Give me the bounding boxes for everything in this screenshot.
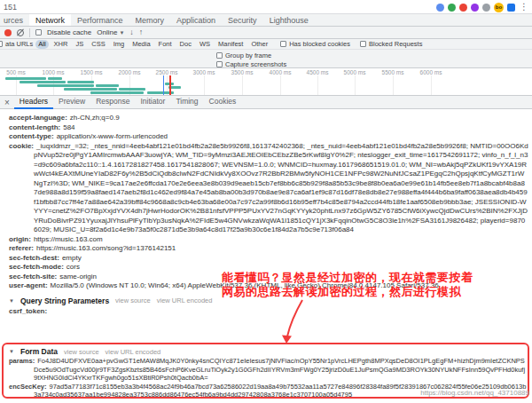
header-value: zh-CN,zh;q=0.9 — [70, 114, 120, 122]
timeline-tick-label: 5000 ms — [344, 69, 366, 75]
collapse-triangle-icon[interactable]: ▼ — [9, 349, 14, 354]
view-source-link[interactable]: view source — [64, 348, 99, 356]
header-name: content-length: — [9, 123, 60, 131]
import-har-icon[interactable]: ↓ — [129, 28, 134, 36]
request-header-row-cookie: cookie:_iuqxldmzr_=32; _ntes_nnid=4eeb4a… — [9, 142, 528, 235]
chevron-down-icon: ▼ — [119, 30, 124, 36]
domcontentloaded-event-line — [163, 75, 164, 95]
filter-other[interactable]: Other — [248, 40, 270, 49]
header-value: https://music.163.com/song?id=1376142151 — [36, 244, 176, 252]
query-string-title: Query String Parameters — [20, 296, 109, 305]
annotation-text: 能看懂吗？显然是经过加密的，现在就需要按着 网易的思路去解读加密的过程，然后进行… — [222, 271, 473, 298]
extension-icon-purple[interactable] — [471, 4, 479, 12]
panel-tab-performance[interactable]: Performance — [71, 14, 129, 26]
blocked-requests-checkbox[interactable] — [360, 41, 366, 47]
filter-ws[interactable]: WS — [197, 40, 213, 49]
timeline-tick-label: 1000 ms — [43, 69, 65, 75]
overview-grid-line — [431, 75, 432, 95]
overview-grid-line — [204, 75, 205, 95]
tab-response[interactable]: Response — [90, 96, 135, 109]
view-url-encoded-link[interactable]: view URL encoded — [157, 296, 213, 304]
devtools-panel-tabs: urces Network Performance Memory Applica… — [0, 14, 532, 27]
timeline-ruler: 500 ms 1000 ms 1500 ms 2000 ms 2500 ms 3… — [0, 68, 532, 75]
form-data-param-row: params:Fo4J8D4UDFXVE0aa+pvGwGT1eMAW8MqJK… — [9, 357, 527, 383]
bookmark-app-icon[interactable] — [507, 4, 515, 12]
export-har-icon[interactable]: ↑ — [139, 28, 144, 36]
tab-timing[interactable]: Timing — [170, 96, 203, 109]
form-data-title: Form Data — [20, 347, 58, 356]
filter-media[interactable]: Media — [129, 40, 153, 49]
annotation-line2: 网易的思路去解读加密的过程，然后进行模拟 — [222, 285, 473, 299]
panel-tab-lighthouse[interactable]: Lighthouse — [263, 14, 315, 26]
group-by-frame-label: Group by frame — [225, 51, 271, 59]
annotation-line1: 能看懂吗？显然是经过加密的，现在就需要按着 — [222, 271, 473, 285]
extension-icon-blue[interactable] — [436, 4, 444, 12]
header-name: accept-language: — [9, 114, 67, 122]
browser-tab-title[interactable]: 151 — [4, 3, 17, 12]
request-header-row: content-type:application/x-www-form-urle… — [9, 132, 528, 142]
capture-screenshots-checkbox[interactable] — [216, 61, 223, 67]
browser-toolbar-icons: bo ⋮ — [436, 0, 529, 14]
panel-tab-application[interactable]: Application — [170, 14, 222, 26]
tab-preview[interactable]: Preview — [53, 96, 90, 109]
request-header-row: origin:https://music.163.com — [9, 235, 528, 245]
header-name: referer: — [9, 244, 34, 252]
timeline-tick-label: 4500 ms — [307, 69, 329, 75]
collapse-triangle-icon[interactable]: ▼ — [9, 298, 14, 304]
overview-grid-line — [355, 75, 356, 95]
view-url-encoded-link[interactable]: view URL encoded — [106, 348, 161, 356]
panel-tab-sources[interactable]: urces — [0, 14, 29, 26]
hide-data-urls-checkbox[interactable] — [0, 41, 3, 47]
tab-headers[interactable]: Headers — [14, 96, 53, 109]
toolbar-divider — [29, 28, 30, 37]
extension-icon-red[interactable] — [459, 4, 467, 12]
timeline-tick-label: 2500 ms — [156, 69, 178, 75]
close-icon[interactable]: × — [0, 96, 14, 109]
profile-avatar[interactable]: bo — [494, 3, 504, 12]
clear-icon[interactable] — [17, 29, 24, 36]
timeline-tick-label: 5500 ms — [382, 69, 404, 75]
overview-request-bar — [96, 84, 119, 87]
header-value: application/x-www-form-urlencoded — [57, 132, 168, 140]
overview-request-bar — [20, 81, 66, 83]
tab-initiator[interactable]: Initiator — [136, 96, 171, 109]
record-button[interactable] — [4, 29, 12, 36]
blocked-requests-label: Blocked Requests — [369, 40, 422, 48]
overview-grid-line — [393, 75, 394, 95]
filter-css[interactable]: CSS — [89, 40, 107, 49]
filter-xhr[interactable]: XHR — [51, 40, 71, 49]
request-detail-tabs: × Headers Preview Response Initiator Tim… — [0, 96, 532, 109]
network-overview-strip[interactable] — [0, 75, 532, 96]
panel-tab-security[interactable]: Security — [222, 14, 263, 26]
overview-request-bar — [64, 88, 117, 91]
browser-menu-icon[interactable]: ⋮ — [519, 3, 529, 12]
throttling-select[interactable]: Online ▼ — [97, 28, 124, 36]
network-toolbar: Disable cache Online ▼ ↓ ↑ — [0, 27, 532, 39]
network-options-row: Group by frame Capture screenshots — [0, 50, 532, 68]
header-name: user-agent: — [9, 281, 48, 289]
panel-tab-network[interactable]: Network — [29, 14, 71, 26]
filter-all[interactable]: All — [35, 40, 48, 49]
tab-cookies[interactable]: Cookies — [204, 96, 242, 109]
panel-tab-memory[interactable]: Memory — [129, 14, 171, 26]
extension-icon-gray[interactable] — [482, 4, 490, 12]
overview-grid-line — [280, 75, 281, 95]
extension-icon-green[interactable] — [448, 4, 456, 12]
group-by-frame-checkbox[interactable] — [216, 52, 223, 59]
timeline-tick-label: 6000 ms — [420, 69, 442, 75]
timeline-tick-label: 3000 ms — [193, 69, 215, 75]
header-value: 584 — [63, 123, 74, 131]
header-value: https://music.163.com — [34, 235, 103, 243]
browser-topbar: 151 bo ⋮ — [0, 0, 532, 14]
filter-font[interactable]: Font — [156, 40, 175, 49]
filter-doc[interactable]: Doc — [177, 40, 194, 49]
capture-screenshots-label: Capture screenshots — [225, 60, 286, 68]
filter-manifest[interactable]: Manifest — [215, 40, 246, 49]
has-blocked-cookies-checkbox[interactable] — [280, 41, 286, 47]
filter-js[interactable]: JS — [73, 40, 86, 49]
view-source-link[interactable]: view source — [115, 296, 151, 304]
header-name: origin: — [9, 235, 31, 243]
disable-cache-checkbox[interactable] — [35, 29, 42, 36]
filter-img[interactable]: Img — [111, 40, 128, 49]
timeline-tick-label: 2000 ms — [119, 69, 141, 75]
